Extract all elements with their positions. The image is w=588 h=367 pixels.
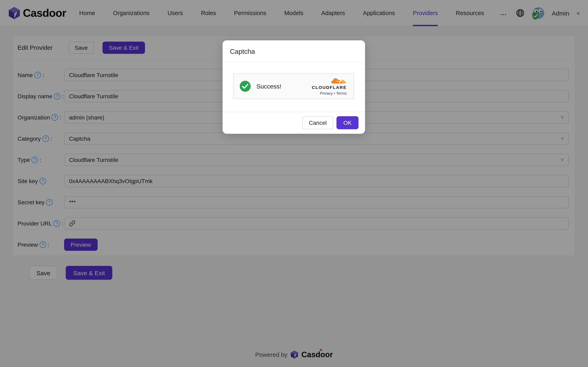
- ok-button[interactable]: OK: [337, 116, 359, 129]
- cancel-button[interactable]: Cancel: [302, 116, 333, 129]
- turnstile-widget: Success! CLOUDFLARE Privacy • Terms: [233, 73, 354, 99]
- modal-header: Captcha: [223, 40, 365, 62]
- modal-footer: Cancel OK: [223, 112, 365, 134]
- success-check-icon: [240, 81, 251, 92]
- cloudflare-wordmark: CLOUDFLARE: [312, 85, 347, 90]
- turnstile-status-text: Success!: [256, 83, 281, 90]
- app-root: Casdoor ★ Home Organizations Users Roles…: [0, 0, 588, 367]
- modal-title: Captcha: [230, 48, 255, 55]
- cloudflare-brand-block: CLOUDFLARE Privacy • Terms: [312, 77, 347, 95]
- cloudflare-cloud-icon: [330, 77, 346, 85]
- captcha-modal: Captcha Success! CLOUDFLARE Priv: [223, 40, 365, 134]
- modal-body: Success! CLOUDFLARE Privacy • Terms: [223, 62, 365, 112]
- privacy-terms-links[interactable]: Privacy • Terms: [320, 91, 347, 95]
